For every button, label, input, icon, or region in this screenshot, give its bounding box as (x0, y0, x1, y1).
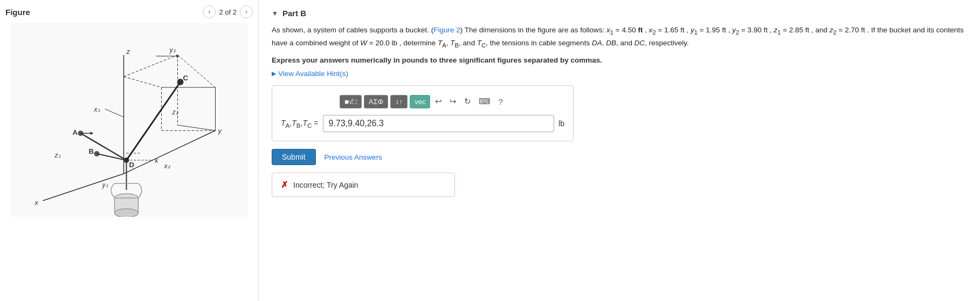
svg-point-41 (115, 209, 139, 217)
answer-box: ■√□ ΑΣΦ ↕↑ vec ↩ ↪ ↻ ⌨ ? TA,TB,TC = lb (272, 85, 574, 141)
prev-figure-button[interactable]: ‹ (203, 5, 216, 18)
svg-text:z₁: z₁ (54, 152, 61, 159)
figure-navigation: ‹ 2 of 2 › (203, 5, 253, 18)
toolbar-arrows-btn[interactable]: ↕↑ (390, 95, 408, 108)
toolbar-refresh-btn[interactable]: ↻ (461, 94, 474, 108)
figure-diagram: z y x y₂ (5, 23, 253, 217)
problem-text: As shown, a system of cables supports a … (272, 24, 967, 50)
svg-text:y₁: y₁ (102, 181, 108, 189)
toolbar-greek-btn[interactable]: ΑΣΦ (364, 95, 388, 108)
svg-text:z₂: z₂ (172, 108, 179, 116)
svg-text:k: k (155, 157, 159, 165)
svg-text:x₁: x₁ (94, 106, 100, 113)
figure-header: Figure ‹ 2 of 2 › (5, 5, 253, 18)
svg-text:B: B (89, 147, 94, 155)
collapse-icon[interactable]: ▼ (272, 10, 278, 17)
toolbar-keyboard-btn[interactable]: ⌨ (476, 94, 493, 108)
next-figure-button[interactable]: › (240, 5, 253, 18)
svg-text:D: D (129, 161, 134, 169)
svg-text:A: A (73, 128, 78, 136)
incorrect-icon: ✗ (281, 180, 288, 190)
toolbar-redo-btn[interactable]: ↪ (447, 94, 459, 108)
hint-link-text: View Available Hint(s) (278, 70, 348, 78)
answer-input[interactable] (323, 115, 555, 132)
submit-row: Submit Previous Answers (272, 149, 967, 165)
svg-text:x₂: x₂ (164, 162, 171, 170)
previous-answers-link[interactable]: Previous Answers (325, 153, 382, 161)
instruction-text: Express your answers numerically in poun… (272, 56, 967, 64)
incorrect-box: ✗ Incorrect; Try Again (272, 173, 455, 197)
toolbar: ■√□ ΑΣΦ ↕↑ vec ↩ ↪ ↻ ⌨ ? (281, 94, 564, 108)
figure-panel: Figure ‹ 2 of 2 › z y x (0, 0, 259, 301)
toolbar-vec-btn[interactable]: vec (410, 95, 430, 108)
submit-button[interactable]: Submit (272, 149, 316, 165)
part-header: ▼ Part B (272, 9, 967, 18)
hint-triangle-icon: ▶ (272, 70, 276, 77)
figure-title: Figure (5, 8, 30, 17)
toolbar-undo-btn[interactable]: ↩ (432, 94, 445, 108)
svg-text:z: z (126, 47, 130, 56)
svg-text:C: C (183, 74, 189, 82)
toolbar-matrix-btn[interactable]: ■√□ (340, 95, 362, 108)
part-label: Part B (282, 9, 306, 18)
equation-label: TA,TB,TC = (281, 119, 319, 129)
toolbar-help-btn[interactable]: ? (495, 95, 505, 108)
figure-2-link[interactable]: Figure 2 (433, 26, 460, 34)
figure-svg: z y x y₂ (5, 23, 253, 217)
svg-text:y₂: y₂ (169, 46, 176, 54)
figure-count: 2 of 2 (219, 8, 237, 16)
input-row: TA,TB,TC = lb (281, 115, 564, 132)
hint-link[interactable]: ▶ View Available Hint(s) (272, 70, 967, 78)
incorrect-message: Incorrect; Try Again (293, 181, 358, 189)
unit-label: lb (558, 119, 564, 128)
svg-text:x: x (34, 199, 39, 207)
right-panel: ▼ Part B As shown, a system of cables su… (259, 0, 980, 301)
